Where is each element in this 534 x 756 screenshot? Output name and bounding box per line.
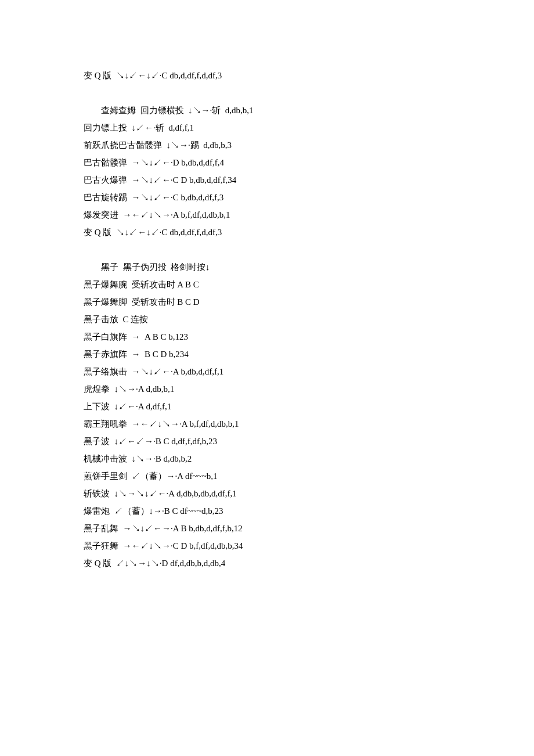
- move-line: 黑子乱舞 →↘↓↙←→·A B b,db,d,df,f,b,12: [84, 520, 455, 537]
- move-line: 黑子狂舞 →←↙↓↘→·C D b,f,df,d,db,b,34: [84, 537, 455, 555]
- move-line: 爆雷炮 ↙（蓄）↓→·B C df~~~d,b,23: [84, 502, 455, 520]
- move-line: 变 Q 版 ↘↓↙←↓↙·C db,d,df,f,d,df,3: [84, 224, 455, 241]
- blank-line: [84, 84, 455, 102]
- section-header: 黑子 黑子伪刃投 格剑时按↓: [84, 258, 455, 276]
- document-content: 变 Q 版 ↘↓↙←↓↙·C db,d,df,f,d,df,3 查姆查姆 回力镖…: [84, 67, 455, 572]
- move-line: 黑子爆舞脚 受斩攻击时 B C D: [84, 293, 455, 311]
- move-line: 前跃爪挠巴古骷髅弹 ↓↘→·踢 d,db,b,3: [84, 136, 455, 154]
- section-header: 查姆查姆 回力镖横投 ↓↘→·斩 d,db,b,1: [84, 102, 455, 119]
- move-line: 斩铁波 ↓↘→↘↓↙←·A d,db,b,db,d,df,f,1: [84, 485, 455, 502]
- move-line: 回力镖上投 ↓↙←·斩 d,df,f,1: [84, 119, 455, 136]
- move-line: 机械冲击波 ↓↘→·B d,db,b,2: [84, 450, 455, 467]
- move-line: 变 Q 版 ↙↓↘→↓↘·D df,d,db,b,d,db,4: [84, 555, 455, 572]
- move-line: 黑子击放 C 连按: [84, 311, 455, 328]
- move-line: 黑子赤旗阵 → B C D b,234: [84, 345, 455, 363]
- move-line: 巴古骷髅弹 →↘↓↙←·D b,db,d,df,f,4: [84, 154, 455, 171]
- move-line: 上下波 ↓↙←·A d,df,f,1: [84, 398, 455, 415]
- move-line: 巴古火爆弹 →↘↓↙←·C D b,db,d,df,f,34: [84, 171, 455, 189]
- move-line: 黑子白旗阵 → A B C b,123: [84, 328, 455, 345]
- move-line: 黑子波 ↓↙←↙→·B C d,df,f,df,b,23: [84, 433, 455, 450]
- move-line: 变 Q 版 ↘↓↙←↓↙·C db,d,df,f,d,df,3: [84, 67, 455, 84]
- move-line: 霸王翔吼拳 →←↙↓↘→·A b,f,df,d,db,b,1: [84, 415, 455, 433]
- move-line: 黑子络旗击 →↘↓↙←·A b,db,d,df,f,1: [84, 363, 455, 380]
- move-line: 爆发突进 →←↙↓↘→·A b,f,df,d,db,b,1: [84, 206, 455, 224]
- blank-line: [84, 241, 455, 258]
- move-line: 虎煌拳 ↓↘→·A d,db,b,1: [84, 380, 455, 398]
- move-line: 黑子爆舞腕 受斩攻击时 A B C: [84, 276, 455, 293]
- move-line: 煎饼手里剑 ↙（蓄）→·A df~~~b,1: [84, 467, 455, 485]
- move-line: 巴古旋转踢 →↘↓↙←·C b,db,d,df,f,3: [84, 189, 455, 206]
